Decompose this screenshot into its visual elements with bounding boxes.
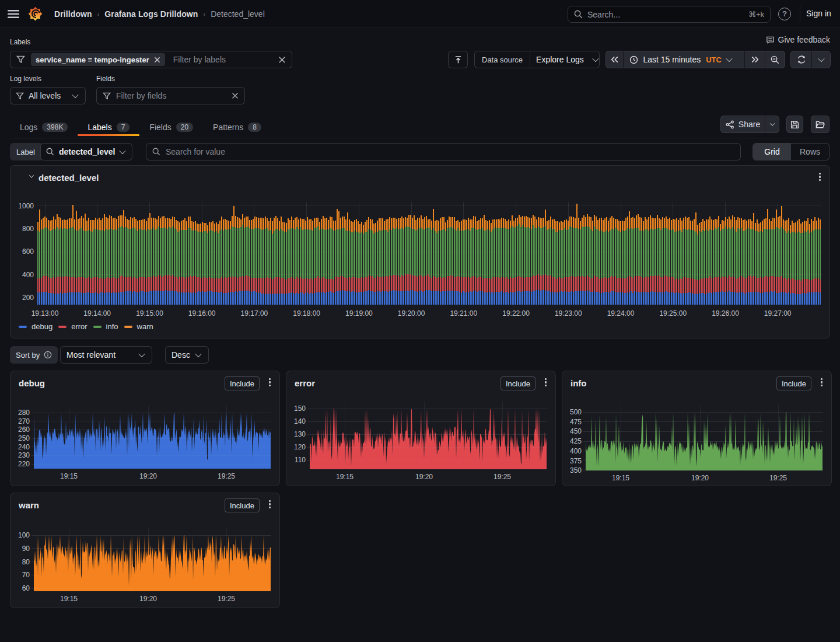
svg-text:220: 220 (18, 460, 30, 468)
svg-text:400: 400 (570, 447, 582, 455)
svg-text:19:25: 19:25 (218, 595, 235, 603)
svg-text:240: 240 (18, 443, 30, 451)
svg-text:800: 800 (22, 225, 34, 233)
svg-text:19:22:00: 19:22:00 (502, 309, 530, 317)
svg-text:19:15: 19:15 (612, 474, 629, 482)
svg-text:19:20: 19:20 (139, 472, 157, 480)
svg-text:1000: 1000 (18, 202, 34, 210)
svg-text:19:15: 19:15 (60, 595, 78, 603)
svg-text:70: 70 (22, 571, 30, 579)
svg-text:150: 150 (294, 404, 306, 413)
svg-text:280: 280 (18, 409, 30, 417)
svg-text:19:23:00: 19:23:00 (555, 309, 582, 317)
svg-text:375: 375 (570, 457, 582, 465)
svg-text:110: 110 (295, 456, 306, 464)
svg-text:19:20: 19:20 (415, 473, 433, 481)
svg-text:19:27:00: 19:27:00 (764, 309, 792, 317)
svg-text:19:26:00: 19:26:00 (712, 309, 739, 317)
svg-text:19:20:00: 19:20:00 (398, 309, 425, 317)
svg-text:450: 450 (570, 427, 582, 435)
svg-text:19:25:00: 19:25:00 (659, 309, 687, 317)
svg-text:19:15: 19:15 (60, 472, 78, 480)
svg-text:100: 100 (18, 531, 30, 539)
svg-text:475: 475 (570, 418, 582, 426)
svg-text:200: 200 (22, 294, 34, 302)
svg-text:250: 250 (18, 434, 30, 442)
svg-text:120: 120 (294, 443, 306, 451)
svg-text:19:13:00: 19:13:00 (32, 309, 59, 317)
svg-text:19:16:00: 19:16:00 (188, 309, 216, 317)
svg-text:19:25: 19:25 (218, 472, 235, 480)
svg-text:19:25: 19:25 (494, 473, 511, 481)
svg-text:19:17:00: 19:17:00 (241, 309, 268, 317)
svg-text:230: 230 (18, 451, 30, 459)
svg-text:19:21:00: 19:21:00 (450, 309, 477, 317)
svg-text:260: 260 (18, 425, 30, 434)
svg-text:19:19:00: 19:19:00 (345, 309, 373, 317)
svg-text:60: 60 (22, 584, 30, 592)
svg-text:19:20: 19:20 (691, 474, 709, 482)
svg-text:600: 600 (22, 247, 34, 256)
svg-text:140: 140 (294, 417, 306, 425)
svg-text:350: 350 (570, 466, 582, 474)
svg-text:19:18:00: 19:18:00 (293, 309, 320, 317)
svg-text:270: 270 (18, 417, 30, 425)
svg-text:19:14:00: 19:14:00 (83, 309, 111, 317)
svg-text:19:24:00: 19:24:00 (607, 309, 635, 317)
svg-text:425: 425 (570, 437, 582, 445)
svg-text:19:15: 19:15 (336, 473, 354, 481)
svg-text:19:25: 19:25 (769, 474, 787, 482)
svg-text:90: 90 (22, 545, 30, 553)
svg-text:500: 500 (570, 408, 582, 416)
svg-text:19:15:00: 19:15:00 (136, 309, 163, 317)
svg-text:130: 130 (294, 430, 306, 438)
svg-text:19:20: 19:20 (139, 595, 157, 603)
svg-text:80: 80 (22, 558, 30, 566)
svg-text:400: 400 (22, 271, 34, 279)
